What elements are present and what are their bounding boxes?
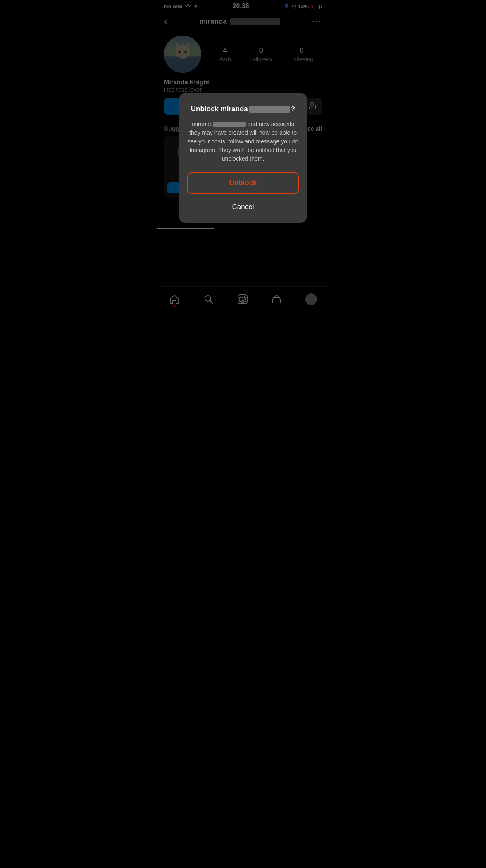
modal-title-redacted	[249, 106, 290, 113]
modal-title: Unblock miranda?	[191, 105, 295, 114]
unblock-modal: Unblock miranda? miranda and new account…	[179, 93, 307, 222]
cancel-button[interactable]: Cancel	[187, 198, 299, 216]
unblock-button[interactable]: Unblock	[187, 172, 299, 194]
modal-title-suffix: ?	[291, 105, 295, 113]
modal-body: miranda and new accounts they may have c…	[187, 120, 299, 163]
modal-body-redacted	[213, 122, 246, 127]
modal-overlay: Unblock miranda? miranda and new account…	[157, 0, 329, 316]
modal-body-username: miranda	[192, 121, 213, 127]
modal-title-prefix: Unblock miranda	[191, 105, 248, 113]
